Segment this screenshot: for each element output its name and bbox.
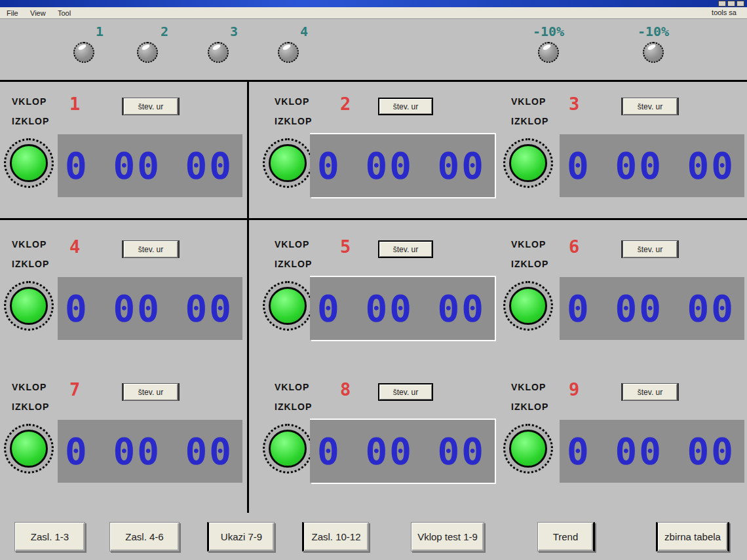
commands-7-9-button[interactable]: Ukazi 7-9	[207, 522, 275, 551]
izklop-label: IZKLOP	[511, 259, 548, 269]
channel-panel-3: VKLOP IZKLOP 3 štev. ur 0 00 00	[499, 83, 747, 219]
indicator-lamp-2	[137, 42, 158, 63]
vklop-label: VKLOP	[511, 239, 546, 250]
hour-counter-button[interactable]: štev. ur	[622, 240, 678, 258]
channel-number: 1	[69, 94, 80, 114]
indicator-label-3: 3	[208, 24, 260, 39]
indicator-label-4: 4	[278, 24, 330, 39]
lamp-green-core	[269, 287, 307, 325]
channel-panel-1: VKLOP IZKLOP 1 štev. ur 0 00 00	[0, 83, 248, 219]
hour-counter-button[interactable]: štev. ur	[123, 383, 178, 401]
channel-number: 3	[569, 94, 579, 114]
hour-counter-button[interactable]: štev. ur	[123, 240, 178, 258]
counter-display: 0 00 00	[310, 420, 495, 483]
hour-counter-button[interactable]: štev. ur	[378, 240, 433, 258]
channel-number: 5	[340, 236, 351, 257]
vklop-label: VKLOP	[511, 382, 546, 392]
onoff-lamp[interactable]	[4, 281, 54, 331]
onoff-lamp[interactable]	[263, 281, 313, 331]
trend-button[interactable]: Trend	[537, 522, 595, 551]
vklop-label: VKLOP	[12, 382, 47, 392]
indicator-label-minus10-b: -10%	[627, 24, 680, 39]
menu-right-text: tools sa	[712, 9, 737, 16]
summary-table-button[interactable]: zbirna tabela	[656, 522, 729, 551]
indicator-lamp-minus10-a	[538, 42, 559, 63]
channel-panel-8: VKLOP IZKLOP 8 štev. ur 0 00 00	[250, 369, 497, 505]
channel-panel-6: VKLOP IZKLOP 6 štev. ur 0 00 00	[499, 226, 747, 362]
vklop-label: VKLOP	[275, 96, 309, 107]
vklop-label: VKLOP	[511, 96, 546, 107]
counter-display: 0 00 00	[58, 277, 242, 340]
izklop-label: IZKLOP	[12, 116, 49, 126]
izklop-label: IZKLOP	[275, 116, 312, 126]
hour-counter-button[interactable]: štev. ur	[622, 98, 678, 115]
counter-value: 0 00 00	[65, 134, 233, 197]
lamp-green-core	[10, 287, 48, 325]
counter-display: 0 00 00	[560, 134, 744, 197]
onoff-lamp[interactable]	[263, 424, 313, 474]
screens-4-6-button[interactable]: Zasl. 4-6	[109, 522, 180, 551]
channel-number: 8	[340, 379, 351, 400]
menu-tool[interactable]: Tool	[55, 9, 73, 18]
menu-view[interactable]: View	[28, 9, 48, 18]
counter-value: 0 00 00	[317, 420, 486, 483]
onoff-lamp[interactable]	[503, 138, 553, 188]
counter-value: 0 00 00	[65, 277, 233, 340]
izklop-label: IZKLOP	[12, 259, 49, 269]
channel-number: 7	[69, 379, 80, 400]
channel-panel-2: VKLOP IZKLOP 2 štev. ur 0 00 00	[250, 83, 497, 219]
lamp-green-core	[10, 430, 48, 468]
channel-number: 2	[340, 94, 351, 114]
maximize-icon[interactable]	[727, 1, 735, 7]
close-icon[interactable]	[737, 1, 744, 7]
lamp-green-core	[509, 287, 547, 325]
onoff-lamp[interactable]	[4, 138, 54, 188]
counter-value: 0 00 00	[567, 277, 735, 340]
hour-counter-button[interactable]: štev. ur	[622, 383, 678, 401]
title-bar	[0, 0, 747, 7]
onoff-lamp[interactable]	[503, 281, 553, 331]
indicator-label-2: 2	[138, 24, 191, 39]
indicator-lamp-3	[208, 42, 229, 63]
counter-value: 0 00 00	[567, 420, 735, 483]
counter-display: 0 00 00	[560, 420, 744, 483]
screens-1-3-button[interactable]: Zasl. 1-3	[14, 522, 85, 551]
indicator-label-1: 1	[73, 24, 126, 39]
lamp-green-core	[269, 430, 307, 468]
minimize-icon[interactable]	[718, 1, 726, 7]
lamp-green-core	[10, 144, 48, 182]
channel-number: 6	[569, 236, 579, 257]
counter-value: 0 00 00	[317, 277, 486, 340]
hour-counter-button[interactable]: štev. ur	[378, 383, 433, 401]
vklop-label: VKLOP	[12, 239, 47, 250]
hour-counter-button[interactable]: štev. ur	[123, 98, 178, 115]
izklop-label: IZKLOP	[12, 401, 49, 412]
channel-panel-4: VKLOP IZKLOP 4 štev. ur 0 00 00	[0, 226, 248, 362]
counter-value: 0 00 00	[317, 134, 486, 197]
izklop-label: IZKLOP	[511, 116, 548, 126]
indicator-lamp-4	[278, 42, 299, 63]
divider-horizontal-top	[0, 80, 747, 82]
onoff-lamp[interactable]	[503, 424, 553, 474]
counter-display: 0 00 00	[310, 134, 495, 197]
vklop-label: VKLOP	[12, 96, 47, 107]
hour-counter-button[interactable]: štev. ur	[378, 98, 433, 115]
hmi-screen: File View Tool tools sa 1 2 3 4 -10% -10…	[0, 0, 747, 560]
onoff-lamp[interactable]	[4, 424, 54, 474]
channel-panel-7: VKLOP IZKLOP 7 štev. ur 0 00 00	[0, 369, 248, 505]
vklop-label: VKLOP	[275, 239, 309, 250]
counter-display: 0 00 00	[58, 134, 242, 197]
counter-value: 0 00 00	[567, 134, 735, 197]
counter-display: 0 00 00	[310, 277, 495, 340]
vklop-label: VKLOP	[275, 382, 309, 392]
lamp-green-core	[269, 144, 307, 182]
lamp-green-core	[509, 144, 547, 182]
screens-10-12-button[interactable]: Zasl. 10-12	[302, 522, 369, 551]
indicator-lamp-1	[73, 42, 94, 63]
menu-bar: File View Tool tools sa	[0, 7, 747, 19]
onoff-lamp[interactable]	[263, 138, 313, 188]
counter-display: 0 00 00	[58, 420, 242, 483]
menu-file[interactable]: File	[4, 9, 21, 18]
test-all-button[interactable]: Vklop test 1-9	[411, 522, 484, 551]
indicator-lamp-minus10-b	[643, 42, 664, 63]
